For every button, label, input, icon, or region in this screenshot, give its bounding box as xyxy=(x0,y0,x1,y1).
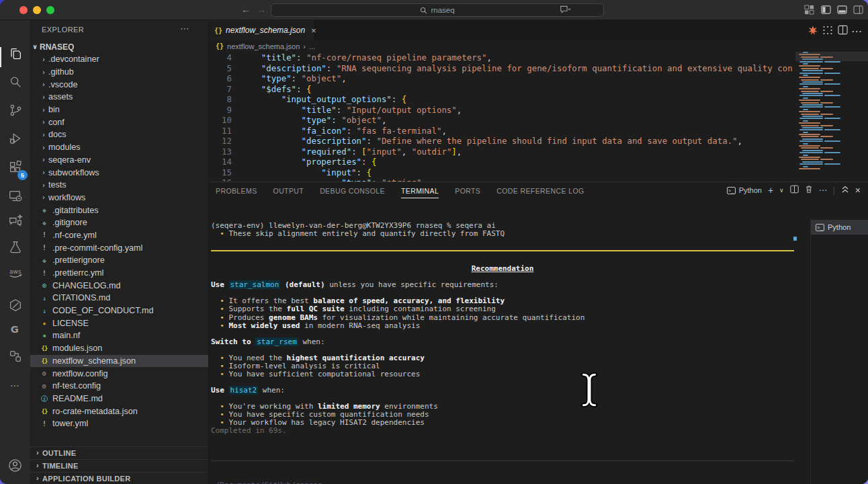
maximize-panel-icon[interactable] xyxy=(841,186,849,195)
file-item[interactable]: ◆.gitignore xyxy=(30,216,208,229)
code-editor[interactable]: 4 "title": "nf-core/rnaseq pipeline para… xyxy=(209,52,792,182)
code-line[interactable]: 9 "title": "Input/output options", xyxy=(209,105,792,116)
minimap[interactable] xyxy=(795,52,849,182)
folder-item[interactable]: ›modules xyxy=(30,141,208,154)
file-item[interactable]: ★LICENSE xyxy=(30,317,208,329)
split-editor-icon[interactable] xyxy=(838,25,848,38)
toggle-sidebar-icon[interactable] xyxy=(821,5,831,17)
close-tab-icon[interactable]: × xyxy=(311,26,316,36)
shell-selector[interactable]: >_ Python xyxy=(727,186,762,194)
maximize-window-button[interactable] xyxy=(46,6,54,14)
kill-terminal-icon[interactable] xyxy=(805,185,813,196)
code-line[interactable]: 11 "fa_icon": "fas fa-terminal", xyxy=(209,126,792,136)
file-item[interactable]: ◆.gitattributes xyxy=(30,204,208,216)
code-line[interactable]: 12 "description": "Define where the pipe… xyxy=(209,136,792,147)
code-line[interactable]: 14 "properties": { xyxy=(209,157,792,167)
chat-view-icon[interactable] xyxy=(0,210,30,233)
search-view-icon[interactable] xyxy=(0,71,30,93)
file-item[interactable]: ↓CODE_OF_CONDUCT.md xyxy=(30,305,208,317)
split-terminal-icon[interactable] xyxy=(790,185,799,196)
source-control-icon[interactable] xyxy=(0,99,30,122)
code-line[interactable]: 13 "required": ["input", "outdir"], xyxy=(209,147,792,157)
testing-icon[interactable] xyxy=(0,236,30,259)
starburst-extension-icon[interactable] xyxy=(808,25,818,38)
run-debug-icon[interactable] xyxy=(0,127,30,150)
sidebar-section-timeline[interactable]: ›TIMELINE xyxy=(30,459,208,472)
panel-tab-problems[interactable]: PROBLEMS xyxy=(216,184,257,198)
search-input[interactable]: rnaseq xyxy=(271,3,604,17)
hexagon-tool-icon[interactable] xyxy=(0,294,30,317)
close-window-button[interactable] xyxy=(19,6,28,14)
folder-item[interactable]: ›docs xyxy=(30,128,208,141)
code-line[interactable]: 4 "title": "nf-core/rnaseq pipeline para… xyxy=(209,52,792,63)
file-item[interactable]: !.pre-commit-config.yaml xyxy=(30,241,208,254)
folder-item[interactable]: ›assets xyxy=(30,91,208,104)
folder-item[interactable]: ›.github xyxy=(30,66,208,79)
folder-item[interactable]: ›conf xyxy=(30,116,208,128)
panel-tab-code-reference-log[interactable]: CODE REFERENCE LOG xyxy=(496,184,584,198)
forward-arrow-icon[interactable]: → xyxy=(255,4,267,15)
minimize-window-button[interactable] xyxy=(33,6,41,14)
folder-item[interactable]: ›tests xyxy=(30,179,208,192)
file-item[interactable]: ⚙nextflow.config xyxy=(30,367,208,380)
folder-item[interactable]: ›bin xyxy=(30,104,208,116)
customize-layout-icon[interactable] xyxy=(804,5,814,17)
file-item[interactable]: ↓CITATIONS.md xyxy=(30,292,208,305)
extensions-icon[interactable]: 5 xyxy=(0,156,30,179)
more-views-icon[interactable]: ⋯ xyxy=(0,374,30,397)
breadcrumb[interactable]: {} nextflow_schema.json › ... xyxy=(209,40,868,52)
folder-item[interactable]: ›.vscode xyxy=(30,78,208,91)
file-item[interactable]: {}ro-crate-metadata.json xyxy=(30,405,208,417)
tab-nextflow-schema[interactable]: {} nextflow_schema.json × xyxy=(209,20,315,40)
terminal-output[interactable]: (seqera-env) llewelyn-van-der-berg@KTW2Y… xyxy=(211,222,794,435)
aws-icon[interactable]: aws xyxy=(0,261,30,284)
code-line[interactable]: 15 "input": { xyxy=(209,167,792,178)
file-item[interactable]: iREADME.md xyxy=(30,393,208,405)
file-item[interactable]: !.prettierrc.yml xyxy=(30,267,208,280)
code-line[interactable]: 6 "type": "object", xyxy=(209,73,792,84)
explorer-icon[interactable] xyxy=(0,42,30,65)
code-line[interactable]: 7 "$defs": { xyxy=(209,84,792,95)
panel-tab-debug-console[interactable]: DEBUG CONSOLE xyxy=(320,184,385,198)
dotted-outline-icon[interactable] xyxy=(822,25,833,38)
code-line[interactable]: 8 "input_output_options": { xyxy=(209,94,792,105)
panel-tab-output[interactable]: OUTPUT xyxy=(273,184,304,198)
file-item[interactable]: {}nextflow_schema.json xyxy=(30,355,208,368)
chat-toggle-icon[interactable] xyxy=(560,5,571,17)
breadcrumb-symbol[interactable]: ... xyxy=(309,42,315,50)
folder-item[interactable]: ›subworkflows xyxy=(30,166,208,179)
close-panel-icon[interactable]: × xyxy=(855,185,861,196)
gitlens-icon[interactable]: G xyxy=(0,318,30,341)
file-item[interactable]: {}modules.json xyxy=(30,342,208,355)
pipeline-nodes-icon[interactable] xyxy=(0,345,30,368)
panel-tab-ports[interactable]: PORTS xyxy=(455,184,480,198)
file-item[interactable]: ⊙CHANGELOG.md xyxy=(30,279,208,292)
folder-item[interactable]: ›seqera-env xyxy=(30,154,208,167)
tree-root-rnaseq[interactable]: ∨ RNASEQ xyxy=(30,40,208,53)
file-item[interactable]: ⚙nf-test.config xyxy=(30,380,208,393)
panel-more-actions-icon[interactable]: ⋯ xyxy=(819,186,827,195)
sidebar-section-outline[interactable]: ›OUTLINE xyxy=(30,446,208,459)
remote-explorer-icon[interactable] xyxy=(0,185,30,208)
code-line[interactable]: 10 "type": "object", xyxy=(209,115,792,126)
toggle-secondary-sidebar-icon[interactable] xyxy=(853,5,863,17)
file-item[interactable]: ◆.prettierignore xyxy=(30,254,208,267)
folder-item[interactable]: ›workflows xyxy=(30,192,208,204)
back-arrow-icon[interactable]: ← xyxy=(240,4,252,15)
file-item[interactable]: ∗main.nf xyxy=(30,329,208,342)
editor-more-actions-icon[interactable]: ⋯ xyxy=(851,25,862,38)
terminal-list-item-python[interactable]: >_ Python xyxy=(811,220,868,235)
minimap-slider[interactable] xyxy=(795,52,868,61)
breadcrumb-file[interactable]: nextflow_schema.json xyxy=(227,42,300,50)
settings-gear-icon[interactable]: 1 xyxy=(0,481,30,484)
folder-item[interactable]: ›.devcontainer xyxy=(30,53,208,66)
file-item[interactable]: !.nf-core.yml xyxy=(30,229,208,242)
sidebar-section-application-builder[interactable]: ›APPLICATION BUILDER xyxy=(30,472,208,484)
file-item[interactable]: !tower.yml xyxy=(30,417,208,430)
code-line[interactable]: 5 "description": "RNA sequencing analysi… xyxy=(209,63,792,74)
terminal-input-area[interactable]: ~/Documents/GitHub/rnaseq > Describe a t… xyxy=(211,443,794,484)
account-icon[interactable] xyxy=(0,454,30,477)
toggle-panel-icon[interactable] xyxy=(837,5,847,17)
terminal-dropdown-chevron-icon[interactable]: ∨ xyxy=(779,187,784,194)
sidebar-more-actions-icon[interactable]: ⋯ xyxy=(180,23,189,34)
